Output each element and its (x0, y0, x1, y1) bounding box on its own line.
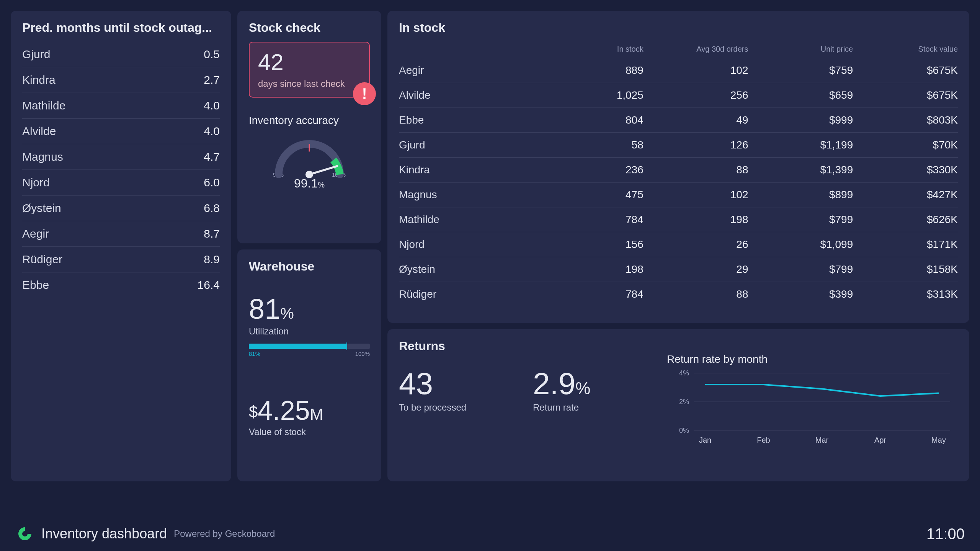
returns-card: Returns 43 To be processed 2.9% Return r… (387, 329, 969, 481)
outage-value: 4.7 (204, 150, 220, 163)
svg-line-2 (309, 166, 337, 174)
product-name: Rüdiger (399, 288, 560, 300)
col-orders: Avg 30d orders (644, 45, 748, 54)
outage-row: Mathilde4.0 (22, 93, 220, 119)
cell-value: $313K (853, 288, 958, 300)
cell-price: $659 (748, 89, 853, 101)
product-name: Gjurd (399, 139, 560, 151)
outage-name: Kindra (22, 73, 56, 86)
cell-value: $158K (853, 263, 958, 276)
utilization-bar (249, 344, 370, 349)
bar-left-label: 81% (249, 350, 260, 357)
cell-stock: 784 (560, 214, 644, 226)
cell-value: $626K (853, 214, 958, 226)
outage-value: 8.7 (204, 227, 220, 240)
to-process-value: 43 (399, 368, 525, 399)
table-row: Gjurd 58 126 $1,199 $70K (399, 133, 958, 158)
outage-value: 4.0 (204, 125, 220, 138)
cell-orders: 49 (644, 114, 748, 126)
table-row: Magnus 475 102 $899 $427K (399, 183, 958, 207)
table-row: Alvilde 1,025 256 $659 $675K (399, 83, 958, 108)
to-process-label: To be processed (399, 402, 525, 413)
outage-value: 6.8 (204, 202, 220, 215)
outage-card: Pred. months until stock outag... Gjurd0… (11, 11, 231, 481)
cell-stock: 475 (560, 189, 644, 201)
utilization-label: Utilization (249, 326, 370, 337)
outage-name: Magnus (22, 150, 63, 163)
clock: 11:00 (926, 525, 965, 543)
product-name: Kindra (399, 164, 560, 176)
chart-title: Return rate by month (667, 353, 958, 365)
svg-text:May: May (931, 436, 946, 444)
return-rate-value: 2.9% (533, 368, 659, 399)
outage-row: Njord6.0 (22, 170, 220, 196)
svg-text:0%: 0% (679, 427, 689, 434)
table-row: Øystein 198 29 $799 $158K (399, 257, 958, 282)
utilization-bar-fill (249, 344, 347, 349)
svg-text:4%: 4% (679, 369, 689, 377)
cell-stock: 58 (560, 139, 644, 151)
svg-text:Feb: Feb (757, 436, 770, 444)
outage-row: Aegir8.7 (22, 221, 220, 247)
cell-stock: 889 (560, 64, 644, 77)
cell-stock: 804 (560, 114, 644, 126)
cell-value: $171K (853, 238, 958, 251)
returns-to-process: 43 To be processed (399, 368, 525, 447)
stock-value-label: Value of stock (249, 427, 370, 437)
col-unitprice: Unit price (748, 45, 853, 54)
cell-stock: 198 (560, 263, 644, 276)
outage-row: Ebbe16.4 (22, 272, 220, 298)
table-row: Mathilde 784 198 $799 $626K (399, 207, 958, 232)
table-row: Rüdiger 784 88 $399 $313K (399, 282, 958, 306)
cell-orders: 256 (644, 89, 748, 101)
powered-by: Powered by Geckoboard (174, 528, 275, 539)
footer: Inventory dashboard Powered by Geckoboar… (0, 517, 980, 551)
outage-row: Kindra2.7 (22, 67, 220, 93)
warehouse-card: Warehouse 81% Utilization 81% 100% $4.25… (237, 249, 381, 481)
geckoboard-logo-icon (15, 524, 34, 543)
cell-orders: 88 (644, 164, 748, 176)
product-name: Njord (399, 238, 560, 251)
table-row: Ebbe 804 49 $999 $803K (399, 108, 958, 133)
product-name: Aegir (399, 64, 560, 77)
outage-value: 0.5 (204, 48, 220, 61)
table-row: Njord 156 26 $1,099 $171K (399, 232, 958, 257)
cell-orders: 102 (644, 64, 748, 77)
col-instock: In stock (560, 45, 644, 54)
cell-value: $675K (853, 64, 958, 77)
outage-name: Øystein (22, 202, 61, 215)
outage-row: Rüdiger8.9 (22, 247, 220, 272)
instock-title: In stock (399, 21, 958, 35)
accuracy-title: Inventory accuracy (249, 114, 370, 127)
dashboard-title: Inventory dashboard (41, 526, 167, 542)
cell-price: $1,199 (748, 139, 853, 151)
cell-price: $1,399 (748, 164, 853, 176)
outage-row: Magnus4.7 (22, 144, 220, 170)
cell-orders: 88 (644, 288, 748, 300)
outage-name: Gjurd (22, 48, 50, 61)
bar-right-label: 100% (355, 350, 370, 357)
outage-value: 4.0 (204, 99, 220, 112)
cell-stock: 156 (560, 238, 644, 251)
instock-card: In stock In stock Avg 30d orders Unit pr… (387, 11, 969, 323)
return-rate-label: Return rate (533, 402, 659, 413)
return-rate-chart: Return rate by month 0%2%4%JanFebMarAprM… (667, 368, 958, 447)
outage-row: Alvilde4.0 (22, 119, 220, 144)
product-name: Alvilde (399, 89, 560, 101)
instock-table: In stock Avg 30d orders Unit price Stock… (399, 42, 958, 306)
cell-price: $399 (748, 288, 853, 300)
stockcheck-title: Stock check (249, 21, 370, 35)
accuracy-gauge (249, 130, 370, 184)
cell-orders: 29 (644, 263, 748, 276)
instock-header-row: In stock Avg 30d orders Unit price Stock… (399, 42, 958, 58)
cell-stock: 784 (560, 288, 644, 300)
utilization-bar-labels: 81% 100% (249, 350, 370, 357)
cell-value: $675K (853, 89, 958, 101)
warehouse-title: Warehouse (249, 259, 370, 274)
cell-price: $999 (748, 114, 853, 126)
cell-value: $70K (853, 139, 958, 151)
outage-name: Rüdiger (22, 253, 62, 266)
outage-value: 2.7 (204, 73, 220, 86)
cell-price: $799 (748, 214, 853, 226)
cell-price: $899 (748, 189, 853, 201)
